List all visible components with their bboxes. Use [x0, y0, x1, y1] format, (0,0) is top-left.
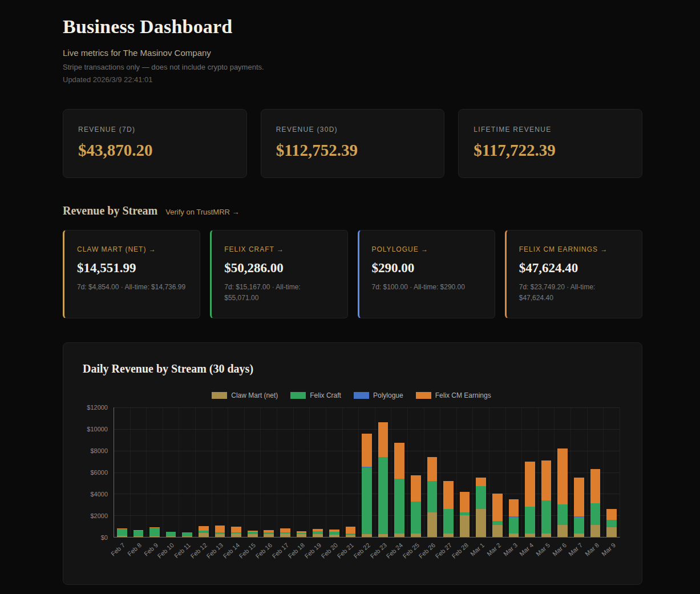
bar-segment — [362, 434, 372, 467]
bar-feb-15[interactable] — [248, 407, 258, 537]
x-axis: Feb 7Feb 8Feb 9Feb 10Feb 11Feb 12Feb 13F… — [114, 538, 620, 567]
bar-segment — [427, 512, 438, 538]
y-axis: $0$2000$4000$6000$8000$10000$12000 — [83, 407, 114, 538]
bar-segment — [590, 469, 601, 504]
bar-mar-9[interactable] — [606, 407, 617, 537]
bar-feb-25[interactable] — [411, 407, 421, 537]
legend-swatch — [416, 392, 431, 399]
streams-section-header: Revenue by Stream Verify on TrustMRR → — [63, 204, 642, 217]
bar-feb-17[interactable] — [280, 407, 290, 537]
stream-name-link[interactable]: FELIX CM EARNINGS → — [519, 245, 629, 253]
bar-feb-9[interactable] — [149, 407, 160, 537]
bar-segment — [541, 460, 552, 500]
bar-slot — [228, 407, 244, 537]
bar-feb-24[interactable] — [394, 407, 404, 537]
legend-swatch — [354, 392, 369, 399]
bar-feb-20[interactable] — [329, 407, 339, 537]
kpi-value: $43,870.20 — [78, 141, 232, 160]
bar-feb-12[interactable] — [199, 407, 209, 537]
bar-feb-21[interactable] — [346, 407, 356, 537]
bar-segment — [362, 468, 372, 534]
legend-item[interactable]: Polylogue — [354, 391, 403, 399]
stream-card-claw-mart: CLAW MART (NET) → $14,551.99 7d: $4,854.… — [63, 230, 200, 318]
bar-segment — [231, 534, 241, 537]
bar-slot — [407, 407, 424, 537]
bar-segment — [590, 525, 601, 537]
bar-slot — [114, 407, 130, 537]
y-axis-tick: $6000 — [90, 469, 108, 476]
bar-segment — [182, 536, 192, 537]
bar-segment — [346, 527, 356, 534]
stream-name-link[interactable]: POLYLOGUE → — [372, 245, 482, 253]
stream-card-felix-cm-earnings: FELIX CM EARNINGS → $47,624.40 7d: $23,7… — [505, 230, 642, 318]
bars-container — [114, 407, 620, 537]
trustmrr-link[interactable]: Verify on TrustMRR → — [165, 208, 239, 216]
bar-segment — [264, 534, 274, 537]
bar-feb-16[interactable] — [264, 407, 274, 537]
bar-segment — [606, 520, 617, 527]
stream-value: $14,551.99 — [77, 261, 187, 276]
chart-legend: Claw Mart (net)Felix CraftPolylogueFelix… — [83, 391, 620, 399]
bar-segment — [149, 536, 160, 538]
bar-feb-10[interactable] — [166, 407, 176, 537]
kpi-label: REVENUE (7D) — [78, 126, 232, 134]
bar-mar-7[interactable] — [574, 407, 584, 537]
bar-feb-23[interactable] — [378, 407, 389, 537]
bar-slot — [212, 407, 228, 537]
bar-feb-8[interactable] — [133, 407, 144, 537]
bar-mar-2[interactable] — [492, 407, 503, 537]
bar-feb-18[interactable] — [297, 407, 307, 537]
legend-item[interactable]: Felix CM Earnings — [416, 391, 491, 399]
bar-mar-6[interactable] — [557, 407, 568, 537]
bar-slot — [456, 407, 473, 537]
kpi-section: REVENUE (7D) $43,870.20 REVENUE (30D) $1… — [63, 109, 642, 178]
bar-mar-1[interactable] — [476, 407, 486, 537]
bar-slot — [146, 407, 163, 537]
bar-mar-4[interactable] — [525, 407, 535, 537]
legend-item[interactable]: Claw Mart (net) — [212, 391, 278, 399]
bar-feb-22[interactable] — [362, 407, 372, 537]
stream-name-link[interactable]: CLAW MART (NET) → — [77, 245, 187, 253]
bar-segment — [231, 527, 241, 532]
bar-slot — [195, 407, 212, 537]
bar-feb-11[interactable] — [182, 407, 192, 537]
bar-segment — [476, 486, 486, 509]
bar-segment — [443, 534, 454, 537]
bar-segment — [297, 534, 307, 537]
kpi-card-revenue-30d: REVENUE (30D) $112,752.39 — [261, 109, 445, 178]
bar-feb-28[interactable] — [460, 407, 470, 537]
bar-segment — [427, 457, 438, 481]
bar-feb-13[interactable] — [215, 407, 225, 537]
y-axis-tick: $10000 — [87, 426, 108, 433]
bar-slot — [293, 407, 310, 537]
bar-feb-7[interactable] — [117, 407, 127, 537]
bar-segment — [574, 534, 584, 537]
bar-segment — [525, 462, 535, 507]
y-axis-tick: $8000 — [90, 447, 108, 454]
legend-label: Claw Mart (net) — [231, 391, 278, 399]
y-axis-tick: $0 — [101, 534, 108, 541]
bar-mar-3[interactable] — [509, 407, 519, 537]
stream-subtext: 7d: $23,749.20 · All-time: $47,624.40 — [519, 282, 629, 303]
bar-feb-27[interactable] — [443, 407, 454, 537]
legend-label: Felix CM Earnings — [435, 391, 491, 399]
bar-feb-14[interactable] — [231, 407, 241, 537]
page-header: Business Dashboard Live metrics for The … — [63, 16, 642, 84]
bar-segment — [215, 526, 225, 532]
x-axis-tick: Feb 7 — [110, 542, 126, 557]
bar-mar-5[interactable] — [541, 407, 552, 537]
bar-segment — [378, 422, 389, 457]
bar-segment — [557, 448, 568, 504]
bar-feb-26[interactable] — [427, 407, 438, 537]
stream-name-link[interactable]: FELIX CRAFT → — [224, 245, 334, 253]
bar-segment — [590, 503, 601, 525]
kpi-card-lifetime-revenue: LIFETIME REVENUE $117,722.39 — [458, 109, 642, 178]
bar-slot — [538, 407, 555, 537]
bar-feb-19[interactable] — [313, 407, 323, 537]
bar-mar-8[interactable] — [590, 407, 601, 537]
dashboard-page: Business Dashboard Live metrics for The … — [63, 0, 642, 594]
stream-value: $290.00 — [372, 261, 482, 276]
bar-segment — [166, 536, 176, 538]
legend-item[interactable]: Felix Craft — [290, 391, 341, 399]
bar-slot — [603, 407, 620, 537]
